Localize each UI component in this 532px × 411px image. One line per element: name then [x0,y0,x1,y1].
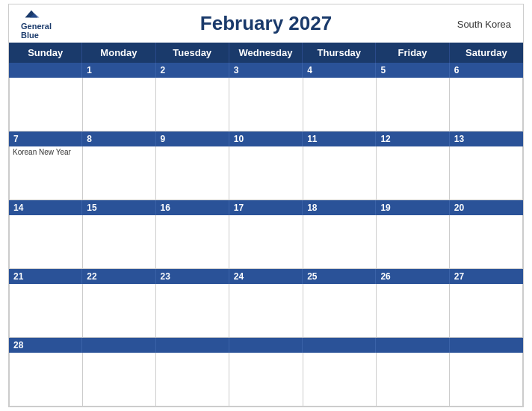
week-2: 7 8 9 10 11 12 13 Korean New Year [9,132,523,200]
header-tuesday: Tuesday [156,43,229,63]
w5d0-num: 28 [9,338,82,353]
w2d1-cell [83,146,156,200]
week-5-body [9,353,523,407]
logo-area: General Blue [21,7,52,40]
week-1-body [9,78,523,132]
w1d1-cell [83,78,156,132]
w3d5-num: 19 [376,200,449,215]
logo-text-general: General [21,22,52,31]
w3d5-cell [377,215,450,269]
w2d3-num: 10 [229,132,303,146]
day-headers: Sunday Monday Tuesday Wednesday Thursday… [9,43,523,63]
w4d2-cell [156,284,229,338]
w5d3-cell [229,353,303,407]
w3d4-cell [303,215,377,269]
header-monday: Monday [82,43,155,63]
header-saturday: Saturday [450,43,523,63]
generalblue-logo-icon [21,7,42,21]
w1d4-cell [303,78,377,132]
week-2-numbers: 7 8 9 10 11 12 13 [9,132,523,146]
w2d1-num: 8 [82,132,155,146]
calendar-body: 1 2 3 4 5 6 7 8 9 10 [9,63,523,407]
w3d0-cell [10,215,83,269]
w4d2-num: 23 [156,269,229,284]
header-wednesday: Wednesday [229,43,303,63]
week-3-body [9,215,523,269]
w2d0-num: 7 [9,132,82,146]
header-friday: Friday [376,43,449,63]
w3d2-num: 16 [156,200,229,215]
week-5: 28 [9,338,523,407]
w4d4-cell [303,284,377,338]
w3d1-num: 15 [82,200,155,215]
w2d6-num: 13 [450,132,523,146]
w1d0-num [9,63,82,78]
week-1-numbers: 1 2 3 4 5 6 [9,63,523,78]
w1d5-cell [377,78,450,132]
logo-text-blue: Blue [21,31,39,40]
w5d4-cell [303,353,377,407]
w3d6-num: 20 [450,200,523,215]
w2d2-num: 9 [156,132,229,146]
w3d2-cell [156,215,229,269]
w2d5-cell [377,146,450,200]
w5d1-cell [83,353,156,407]
w2d5-num: 12 [376,132,449,146]
w1d6-cell [450,78,523,132]
w4d4-num: 25 [303,269,376,284]
w1d5-num: 5 [376,63,449,78]
header-thursday: Thursday [303,43,376,63]
w2d2-cell [156,146,229,200]
w5d4-num [303,338,376,353]
w4d0-num: 21 [9,269,82,284]
w5d2-cell [156,353,229,407]
week-2-body: Korean New Year [9,146,523,200]
w1d6-num: 6 [450,63,523,78]
w1d0-cell [10,78,83,132]
w3d1-cell [83,215,156,269]
w3d6-cell [450,215,523,269]
w5d5-num [376,338,449,353]
w4d3-cell [229,284,303,338]
w4d1-num: 22 [82,269,155,284]
country-label: South Korea [457,18,511,29]
w2d6-cell [450,146,523,200]
w3d3-num: 17 [229,200,303,215]
w4d6-cell [450,284,523,338]
week-4-numbers: 21 22 23 24 25 26 27 [9,269,523,284]
week-4-body [9,284,523,338]
w5d5-cell [377,353,450,407]
w4d1-cell [83,284,156,338]
w2d4-cell [303,146,377,200]
w4d5-num: 26 [376,269,449,284]
w2d0-cell: Korean New Year [10,146,83,200]
w5d3-num [229,338,303,353]
w5d6-num [450,338,523,353]
week-4: 21 22 23 24 25 26 27 [9,269,523,338]
w4d0-cell [10,284,83,338]
w5d6-cell [450,353,523,407]
w1d3-cell [229,78,303,132]
week-1: 1 2 3 4 5 6 [9,63,523,132]
w3d0-num: 14 [9,200,82,215]
header-sunday: Sunday [9,43,82,63]
w4d5-cell [377,284,450,338]
w5d2-num [156,338,229,353]
week-5-numbers: 28 [9,338,523,353]
calendar-header: General Blue February 2027 South Korea [9,4,523,43]
w2d3-cell [229,146,303,200]
w4d3-num: 24 [229,269,303,284]
w4d6-num: 27 [450,269,523,284]
w1d1-num: 1 [82,63,155,78]
w1d2-num: 2 [156,63,229,78]
w2d4-num: 11 [303,132,376,146]
w5d1-num [82,338,155,353]
w5d0-cell [10,353,83,407]
calendar-container: General Blue February 2027 South Korea S… [8,4,524,407]
week-3: 14 15 16 17 18 19 20 [9,200,523,269]
w1d2-cell [156,78,229,132]
w1d3-num: 3 [229,63,303,78]
w3d4-num: 18 [303,200,376,215]
w1d4-num: 4 [303,63,376,78]
calendar-title: February 2027 [200,12,332,35]
